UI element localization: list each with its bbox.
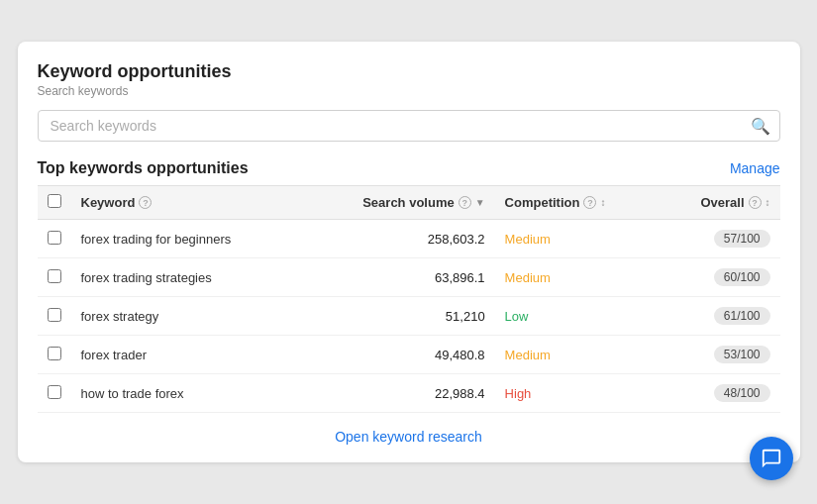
table-row: forex trader 49,480.8 Medium 53/100	[38, 336, 780, 374]
overall-cell: 61/100	[659, 297, 779, 336]
search-input[interactable]	[38, 110, 780, 142]
keyword-cell: how to trade forex	[71, 374, 302, 413]
overall-cell: 48/100	[659, 374, 779, 413]
keyword-opportunities-card: Keyword opportunities Search keywords 🔍 …	[18, 42, 800, 463]
overall-badge: 53/100	[714, 346, 770, 363]
search-volume-cell: 49,480.8	[302, 336, 495, 374]
row-checkbox-3[interactable]	[48, 347, 61, 360]
row-checkbox-cell	[38, 297, 71, 336]
th-competition-label: Competition	[505, 195, 580, 210]
row-checkbox-cell	[38, 374, 71, 413]
overall-cell: 57/100	[659, 220, 779, 258]
overall-sort-icon[interactable]: ↕	[766, 197, 770, 208]
row-checkbox-0[interactable]	[48, 231, 61, 245]
open-keyword-research-link[interactable]: Open keyword research	[335, 429, 482, 445]
search-volume-cell: 51,210	[302, 297, 495, 336]
search-bar: 🔍	[38, 110, 780, 142]
select-all-checkbox[interactable]	[48, 194, 61, 208]
overall-badge: 48/100	[714, 384, 770, 402]
row-checkbox-4[interactable]	[48, 385, 61, 399]
keyword-text: forex trading strategies	[81, 270, 212, 285]
search-volume-cell: 258,603.2	[302, 220, 495, 258]
table-row: forex trading for beginners 258,603.2 Me…	[38, 220, 780, 258]
competition-cell: Medium	[495, 220, 659, 258]
th-volume-label: Search volume	[362, 195, 455, 210]
search-volume-cell: 22,988.4	[302, 374, 495, 413]
section-title: Top keywords opportunities	[38, 159, 249, 177]
keyword-cell: forex trader	[71, 336, 302, 374]
competition-cell: High	[495, 374, 659, 413]
keyword-cell: forex strategy	[71, 297, 302, 336]
keyword-text: forex strategy	[81, 309, 159, 324]
competition-cell: Low	[495, 297, 659, 336]
overall-help-icon[interactable]: ?	[749, 196, 762, 209]
row-checkbox-2[interactable]	[48, 308, 61, 322]
competition-value: Medium	[505, 270, 551, 285]
th-keyword-label: Keyword	[81, 195, 136, 210]
chat-icon	[761, 448, 782, 469]
th-keyword: Keyword ?	[71, 186, 302, 220]
th-search-volume: Search volume ? ▼	[302, 186, 495, 220]
keyword-text: forex trading for beginners	[81, 232, 232, 247]
select-all-cell	[38, 186, 71, 220]
th-overall: Overall ? ↕	[659, 186, 779, 220]
table-row: how to trade forex 22,988.4 High 48/100	[38, 374, 780, 413]
competition-cell: Medium	[495, 258, 659, 297]
competition-sort-icon[interactable]: ↕	[600, 197, 605, 208]
competition-value: High	[505, 386, 532, 401]
th-competition: Competition ? ↕	[495, 186, 659, 220]
row-checkbox-cell	[38, 220, 71, 258]
chat-button[interactable]	[750, 437, 793, 480]
table-row: forex trading strategies 63,896.1 Medium…	[38, 258, 780, 297]
table-header-row: Keyword ? Search volume ? ▼ Competition …	[38, 186, 780, 220]
overall-badge: 60/100	[714, 268, 770, 286]
overall-cell: 60/100	[659, 258, 779, 297]
competition-value: Medium	[505, 348, 551, 362]
overall-badge: 61/100	[714, 307, 770, 325]
section-header: Top keywords opportunities Manage	[38, 159, 780, 177]
row-checkbox-cell	[38, 336, 71, 374]
manage-link[interactable]: Manage	[730, 160, 780, 176]
card-title: Keyword opportunities	[38, 61, 780, 83]
keyword-help-icon[interactable]: ?	[139, 196, 152, 209]
row-checkbox-cell	[38, 258, 71, 297]
search-icon[interactable]: 🔍	[751, 117, 770, 136]
search-volume-cell: 63,896.1	[302, 258, 495, 297]
overall-cell: 53/100	[659, 336, 779, 374]
volume-help-icon[interactable]: ?	[459, 196, 471, 209]
table-row: forex strategy 51,210 Low 61/100	[38, 297, 780, 336]
overall-badge: 57/100	[714, 230, 770, 248]
keywords-table: Keyword ? Search volume ? ▼ Competition …	[38, 185, 780, 413]
competition-help-icon[interactable]: ?	[583, 196, 596, 209]
th-overall-label: Overall	[700, 195, 744, 210]
competition-value: Medium	[505, 232, 551, 247]
keyword-text: how to trade forex	[81, 386, 184, 401]
footer-section: Open keyword research	[38, 413, 780, 462]
keyword-text: forex trader	[81, 348, 147, 362]
card-subtitle: Search keywords	[38, 84, 780, 98]
card-header: Keyword opportunities Search keywords	[38, 61, 780, 99]
keyword-cell: forex trading for beginners	[71, 220, 302, 258]
row-checkbox-1[interactable]	[48, 269, 61, 283]
keyword-cell: forex trading strategies	[71, 258, 302, 297]
competition-cell: Medium	[495, 336, 659, 374]
competition-value: Low	[505, 309, 529, 324]
volume-sort-icon[interactable]: ▼	[475, 197, 485, 208]
